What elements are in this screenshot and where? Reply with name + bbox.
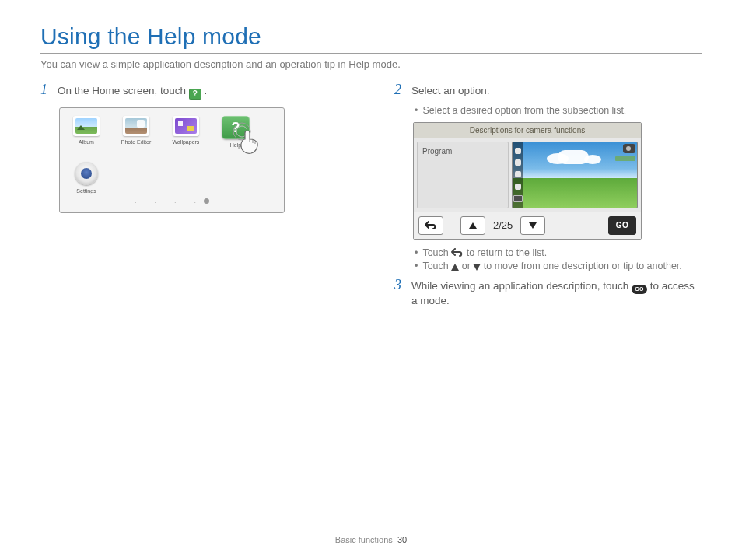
title-rule bbox=[40, 53, 702, 54]
step-1-number: 1 bbox=[40, 82, 50, 96]
step-1-text: On the Home screen, touch ? . bbox=[58, 84, 207, 100]
camera-overlay-icons bbox=[513, 142, 523, 208]
go-button[interactable]: GO bbox=[608, 216, 636, 235]
app-help[interactable]: ? Help bbox=[219, 116, 253, 148]
page-footer: Basic functions 30 bbox=[0, 535, 742, 544]
step-1-text-b: . bbox=[205, 85, 208, 96]
app-settings-label: Settings bbox=[76, 188, 96, 194]
app-album[interactable]: Album bbox=[69, 116, 103, 148]
step-2: 2 Select an option. bbox=[394, 84, 702, 99]
subtitle: You can view a simple application descri… bbox=[40, 58, 702, 70]
page-title: Using the Help mode bbox=[40, 23, 702, 50]
step-1: 1 On the Home screen, touch ? . bbox=[40, 84, 348, 100]
back-button[interactable] bbox=[418, 216, 443, 235]
app-wallpapers-label: Wallpapers bbox=[173, 139, 200, 145]
triangle-down-icon bbox=[528, 222, 537, 229]
triangle-up-icon bbox=[468, 222, 478, 229]
wallpapers-icon bbox=[173, 116, 199, 136]
app-settings[interactable]: Settings bbox=[69, 162, 103, 194]
camera-description-card: Descriptions for camera functions Progra… bbox=[413, 122, 642, 240]
camera-card-header: Descriptions for camera functions bbox=[414, 123, 641, 138]
prev-button[interactable] bbox=[460, 216, 485, 235]
help-app-icon: ? bbox=[189, 89, 201, 100]
album-icon bbox=[73, 116, 100, 136]
app-wallpapers[interactable]: Wallpapers bbox=[169, 116, 203, 148]
step-3: 3 While viewing an application descripti… bbox=[394, 279, 702, 309]
camera-mode-label: Program bbox=[417, 142, 509, 208]
triangle-up-icon bbox=[451, 264, 459, 271]
go-icon: GO bbox=[632, 285, 647, 294]
photo-editor-icon bbox=[123, 116, 149, 136]
footer-page-number: 30 bbox=[397, 535, 407, 544]
go-label: GO bbox=[616, 221, 629, 229]
step-2-bullet-1: •Select a desired option from the subsec… bbox=[415, 105, 702, 116]
step-2-bullet-2: • Touch to return to the list. bbox=[415, 247, 702, 258]
step-3-number: 3 bbox=[394, 278, 404, 292]
app-photo-editor[interactable]: Photo Editor bbox=[119, 116, 153, 148]
footer-section: Basic functions bbox=[335, 535, 393, 544]
step-1-text-a: On the Home screen, touch bbox=[58, 85, 189, 96]
settings-gear-icon bbox=[75, 162, 98, 185]
camera-preview bbox=[512, 142, 638, 208]
app-photo-editor-label: Photo Editor bbox=[121, 139, 152, 145]
triangle-down-icon bbox=[473, 264, 481, 271]
camera-icon bbox=[623, 144, 635, 153]
back-arrow-icon bbox=[451, 248, 464, 257]
step-2-number: 2 bbox=[394, 82, 404, 96]
page-counter: 2/25 bbox=[493, 219, 513, 231]
next-button[interactable] bbox=[520, 216, 545, 235]
step-2-bullet-3: • Touch or to move from one description … bbox=[415, 261, 702, 271]
back-arrow-icon bbox=[425, 221, 437, 230]
home-screen-mock: Album Photo Editor Wallpapers ? Help bbox=[59, 107, 285, 213]
touch-finger-icon bbox=[233, 122, 267, 156]
page-indicator: · · · · bbox=[69, 198, 275, 206]
app-album-label: Album bbox=[79, 139, 94, 145]
step-3-text: While viewing an application description… bbox=[411, 279, 702, 309]
camera-status-bar bbox=[615, 156, 635, 161]
step-2-text: Select an option. bbox=[411, 84, 490, 99]
